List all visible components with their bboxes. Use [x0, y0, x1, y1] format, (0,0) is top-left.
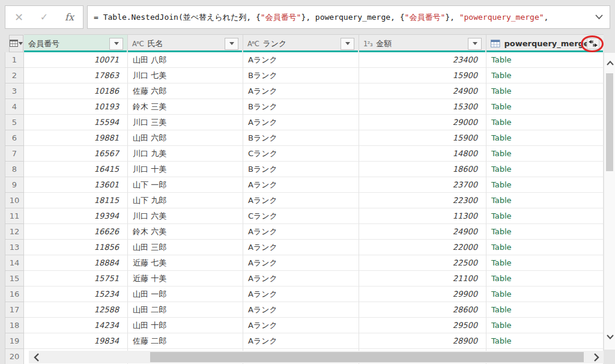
row-number[interactable]: 16	[5, 287, 24, 302]
cell-rank[interactable]: Aランク	[243, 271, 359, 287]
table-drill-link[interactable]: Table	[486, 208, 604, 224]
row-number[interactable]: 3	[5, 83, 24, 99]
row-number[interactable]: 9	[5, 177, 24, 193]
cell-member-id[interactable]: 15234	[24, 287, 128, 302]
cell-name[interactable]: 鈴木 六美	[128, 224, 243, 240]
cell-member-id[interactable]: 10193	[24, 99, 128, 115]
cell-rank[interactable]: Aランク	[243, 193, 359, 208]
cell-member-id[interactable]: 14234	[24, 318, 128, 333]
table-drill-link[interactable]: Table	[486, 255, 604, 271]
filter-icon[interactable]	[468, 38, 482, 50]
cell-member-id[interactable]: 19834	[24, 333, 128, 349]
cell-rank[interactable]: Bランク	[243, 162, 359, 177]
row-number[interactable]: 14	[5, 255, 24, 271]
cell-amount[interactable]: 22300	[359, 193, 486, 208]
row-number[interactable]: 4	[5, 99, 24, 115]
cell-amount[interactable]: 28900	[359, 333, 486, 349]
cell-amount[interactable]: 11300	[359, 208, 486, 224]
cell-name[interactable]: 山田 三郎	[128, 240, 243, 255]
cell-member-id[interactable]: 16415	[24, 162, 128, 177]
select-all-table-button[interactable]	[0, 34, 24, 52]
cell-rank[interactable]: Aランク	[243, 52, 359, 68]
cell-name[interactable]: 川口 六美	[128, 208, 243, 224]
cell-amount[interactable]: 24900	[359, 83, 486, 99]
table-drill-link[interactable]: Table	[486, 99, 604, 115]
cell-rank[interactable]: Bランク	[243, 68, 359, 83]
cell-rank[interactable]: Cランク	[243, 208, 359, 224]
cell-member-id[interactable]: 18115	[24, 193, 128, 208]
cell-amount[interactable]: 28600	[359, 302, 486, 318]
formula-input[interactable]: = Table.NestedJoin(並べ替えられた列, {"会員番号"}, p…	[87, 5, 610, 29]
cell-name[interactable]: 山田 二郎	[128, 302, 243, 318]
cell-member-id[interactable]: 18884	[24, 255, 128, 271]
cell-name[interactable]: 山田 八郎	[128, 52, 243, 68]
cell-member-id[interactable]: 13601	[24, 177, 128, 193]
vertical-scrollbar-thumb[interactable]	[606, 73, 613, 171]
vertical-scrollbar[interactable]	[604, 53, 615, 350]
cell-member-id[interactable]: 16567	[24, 146, 128, 162]
cell-amount[interactable]: 15300	[359, 99, 486, 115]
row-number[interactable]: 10	[5, 193, 24, 208]
cell-amount[interactable]: 18600	[359, 162, 486, 177]
row-number[interactable]: 2	[5, 68, 24, 83]
cell-name[interactable]: 川口 七美	[128, 68, 243, 83]
cell-name[interactable]: 山下 一郎	[128, 177, 243, 193]
row-number[interactable]: 20	[5, 349, 24, 364]
cell-amount[interactable]: 14800	[359, 146, 486, 162]
scroll-right-icon[interactable]	[589, 351, 604, 363]
table-drill-link[interactable]: Table	[486, 302, 604, 318]
cell-member-id[interactable]: 10186	[24, 83, 128, 99]
row-number[interactable]: 6	[5, 130, 24, 146]
cell-name[interactable]: 山下 九郎	[128, 193, 243, 208]
column-header-amount[interactable]: 1²₃ 金額	[359, 34, 486, 52]
table-drill-link[interactable]: Table	[486, 146, 604, 162]
table-drill-link[interactable]: Table	[486, 68, 604, 83]
cell-amount[interactable]: 23400	[359, 52, 486, 68]
cell-name[interactable]: 山田 六郎	[128, 130, 243, 146]
horizontal-scrollbar[interactable]	[29, 351, 604, 363]
cell-member-id[interactable]: 16626	[24, 224, 128, 240]
cell-amount[interactable]: 15900	[359, 68, 486, 83]
cell-name[interactable]: 山田 一郎	[128, 287, 243, 302]
confirm-icon[interactable]: ✓	[40, 11, 48, 23]
table-drill-link[interactable]: Table	[486, 177, 604, 193]
row-number[interactable]: 7	[5, 146, 24, 162]
cell-name[interactable]: 近藤 十美	[128, 271, 243, 287]
cell-rank[interactable]: Aランク	[243, 240, 359, 255]
cell-rank[interactable]: Aランク	[243, 115, 359, 130]
cell-member-id[interactable]: 10071	[24, 52, 128, 68]
cell-rank[interactable]: Aランク	[243, 333, 359, 349]
row-number[interactable]: 1	[5, 52, 24, 68]
filter-icon[interactable]	[225, 38, 238, 50]
cell-rank[interactable]: Bランク	[243, 99, 359, 115]
row-number[interactable]: 5	[5, 115, 24, 130]
scroll-down-icon[interactable]	[604, 332, 615, 342]
table-drill-link[interactable]: Table	[486, 333, 604, 349]
cell-rank[interactable]: Cランク	[243, 146, 359, 162]
cell-member-id[interactable]: 19394	[24, 208, 128, 224]
cell-amount[interactable]: 29900	[359, 287, 486, 302]
cell-rank[interactable]: Aランク	[243, 287, 359, 302]
table-drill-link[interactable]: Table	[486, 240, 604, 255]
cell-rank[interactable]: Aランク	[243, 255, 359, 271]
column-header-rank[interactable]: AᴮC ランク	[243, 34, 359, 52]
filter-icon[interactable]	[341, 38, 354, 50]
filter-icon[interactable]	[109, 38, 123, 50]
row-number[interactable]: 19	[5, 333, 24, 349]
table-drill-link[interactable]: Table	[486, 271, 604, 287]
horizontal-scrollbar-thumb[interactable]	[150, 352, 584, 362]
table-drill-link[interactable]: Table	[486, 287, 604, 302]
row-number[interactable]: 12	[5, 224, 24, 240]
row-number[interactable]: 13	[5, 240, 24, 255]
cell-member-id[interactable]: 17863	[24, 68, 128, 83]
cell-name[interactable]: 川口 三美	[128, 115, 243, 130]
row-number[interactable]: 11	[5, 208, 24, 224]
cell-amount[interactable]: 22000	[359, 240, 486, 255]
table-drill-link[interactable]: Table	[486, 318, 604, 333]
cell-name[interactable]: 佐藤 二郎	[128, 333, 243, 349]
cell-member-id[interactable]: 12588	[24, 302, 128, 318]
cell-amount[interactable]: 23700	[359, 177, 486, 193]
cell-amount[interactable]: 24900	[359, 224, 486, 240]
cell-name[interactable]: 鈴木 三美	[128, 99, 243, 115]
row-number[interactable]: 17	[5, 302, 24, 318]
